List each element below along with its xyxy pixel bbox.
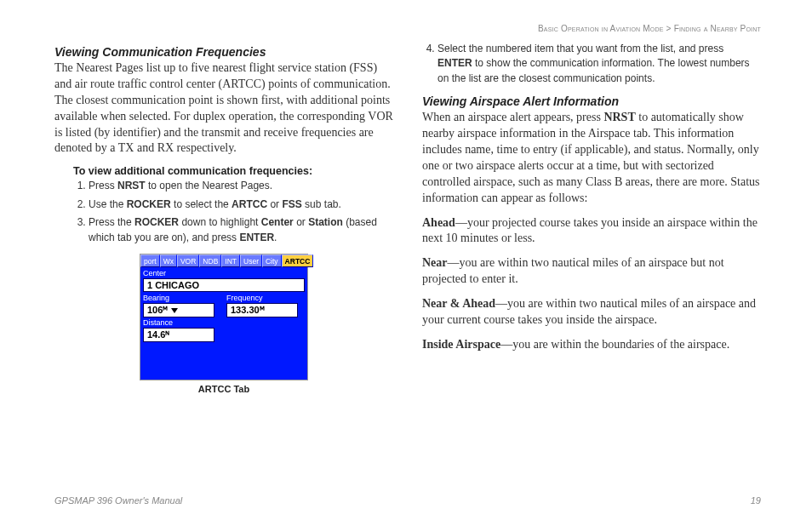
tab-port: port	[140, 254, 160, 267]
footer-title: GPSMAP 396 Owner's Manual	[54, 495, 182, 506]
right-column: Select the numbered item that you want f…	[422, 42, 761, 394]
screenshot-tabs: port Wx VOR NDB INT User City ARTCC	[140, 254, 307, 267]
step-2: Use the ROCKER to select the ARTCC or FS…	[89, 197, 393, 212]
tab-city: City	[262, 254, 282, 267]
para-comm-freq: The Nearest Pages list up to five neares…	[54, 60, 393, 157]
label-bearing: Bearing	[143, 294, 221, 302]
field-frequency: 133.30ᴹ	[226, 303, 298, 317]
breadcrumb: Basic Operation in Aviation Mode > Findi…	[54, 24, 761, 33]
steps-list: Press NRST to open the Nearest Pages. Us…	[73, 179, 393, 245]
label-frequency: Frequency	[226, 294, 305, 302]
heading-comm-freq: Viewing Communication Frequencies	[54, 45, 393, 59]
step-3: Press the ROCKER down to highlight Cente…	[89, 215, 393, 245]
para-airspace: When an airspace alert appears, press NR…	[422, 110, 761, 206]
field-center: 1 CHICAGO	[143, 278, 305, 292]
left-column: Viewing Communication Frequencies The Ne…	[54, 42, 393, 394]
tab-int: INT	[221, 254, 240, 267]
tab-vor: VOR	[177, 254, 199, 267]
breadcrumb-sub: Finding a Nearby Point	[674, 24, 761, 33]
step-1: Press NRST to open the Nearest Pages.	[89, 179, 393, 193]
footer-page-number: 19	[751, 495, 761, 506]
tab-wx: Wx	[160, 254, 177, 267]
step-4: Select the numbered item that you want f…	[437, 42, 761, 86]
status-near-ahead: Near & Ahead—you are within two nautical…	[422, 296, 761, 329]
label-center: Center	[143, 269, 305, 277]
heading-airspace: Viewing Airspace Alert Information	[422, 94, 761, 108]
status-near: Near—you are within two nautical miles o…	[422, 255, 761, 288]
subhead-steps: To view additional communication frequen…	[73, 165, 393, 177]
status-inside: Inside Airspace—you are within the bound…	[422, 337, 761, 353]
steps-list-cont: Select the numbered item that you want f…	[422, 42, 761, 86]
tab-user: User	[240, 254, 262, 267]
tab-ndb: NDB	[199, 254, 221, 267]
tab-artcc: ARTCC	[282, 254, 314, 267]
page-footer: GPSMAP 396 Owner's Manual 19	[54, 495, 761, 506]
bearing-arrow-icon	[171, 308, 178, 313]
breadcrumb-section: Basic Operation in Aviation Mode	[538, 24, 664, 33]
artcc-screenshot: port Wx VOR NDB INT User City ARTCC Cent…	[140, 254, 308, 380]
status-list: Ahead—your projected course takes you in…	[422, 215, 761, 353]
status-ahead: Ahead—your projected course takes you in…	[422, 215, 761, 248]
breadcrumb-sep: >	[666, 24, 672, 33]
field-bearing: 106ᴹ	[143, 303, 214, 317]
label-distance: Distance	[143, 318, 305, 327]
figure-caption: ARTCC Tab	[54, 384, 393, 394]
field-distance: 14.6ᴺ	[143, 328, 214, 342]
